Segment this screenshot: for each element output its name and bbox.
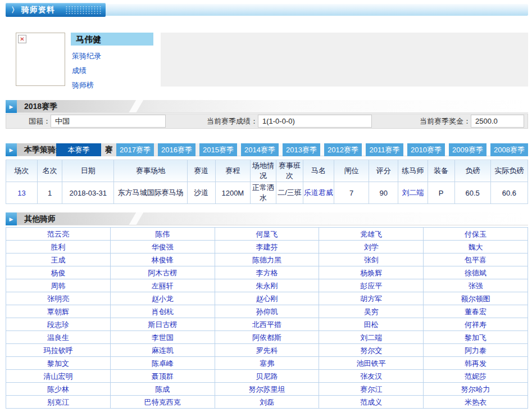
jockey-link[interactable]: 张明亮 (47, 295, 69, 303)
table-row: 周韩左丽轩朱永刚彭应平张强 (6, 279, 528, 292)
jockey-link[interactable]: 巴特克西克 (144, 398, 181, 406)
jockey-link[interactable]: 努尔交 (360, 346, 382, 355)
other-jockeys-body: 范云亮陈伟何显飞党雄飞付保玉胜利华俊强李建芬刘学魏大王成林俊锋陈德力黑张剑包平喜… (6, 228, 528, 409)
jockey-link[interactable]: 范成义 (360, 398, 382, 406)
jockey-link[interactable]: 努尔哈力 (461, 385, 490, 393)
page-header-banner: 〉 骑师资料 (6, 3, 528, 17)
dot-grid-pattern (65, 6, 101, 14)
jockey-link[interactable]: 魏大 (469, 243, 483, 251)
jockey-link[interactable]: 张强 (469, 282, 483, 290)
jockey-link[interactable]: 杨俊 (51, 269, 65, 277)
jockey-link[interactable]: 胡方军 (360, 295, 382, 303)
record-link-1[interactable]: 13 (17, 189, 25, 197)
jockey-link[interactable]: 额尔顿图 (461, 295, 490, 303)
jockey-link[interactable]: 肖创杭 (152, 307, 174, 316)
jockey-link[interactable]: 黎加飞 (465, 333, 486, 342)
jockey-link[interactable]: 陈德力黑 (252, 256, 281, 264)
jockey-link[interactable]: 塞弗 (260, 359, 274, 368)
jockey-link[interactable]: 罗先科 (256, 346, 278, 355)
jockey-link[interactable]: 张友汉 (360, 372, 382, 381)
jockey-link[interactable]: 阿力泰 (465, 346, 486, 355)
jockey-link[interactable]: 阿木古楞 (148, 269, 177, 277)
jockey-link[interactable]: 陈少林 (47, 385, 69, 393)
jockey-link[interactable]: 黎加文 (47, 359, 69, 368)
jockey-link[interactable]: 何显飞 (256, 230, 278, 238)
other-jockeys-section: ▶ 其他骑师 范云亮陈伟何显飞党雄飞付保玉胜利华俊强李建芬刘学魏大王成林俊锋陈德… (6, 212, 528, 409)
jockey-link[interactable]: 赛尔江 (360, 385, 382, 393)
profile-nav: 马伟健 策骑纪录成绩骑师榜 (71, 33, 153, 87)
jockey-link[interactable]: 左丽轩 (152, 282, 174, 290)
jockey-link[interactable]: 吴穷 (364, 307, 379, 316)
jockey-link[interactable]: 李建芬 (256, 243, 278, 251)
record-table-head: 场次名次日期赛事场地赛道赛程场地情况赛事班次马名闸位评分练马师装备负磅实际负磅 (6, 160, 528, 182)
profile-link-1[interactable]: 策骑纪录 (72, 52, 153, 60)
jockey-name-cell: 陈德力黑 (215, 253, 319, 266)
jockey-link[interactable]: 华俊强 (152, 243, 174, 251)
record-link-9[interactable]: 乐道君威 (304, 188, 333, 197)
record-cell-15: 60.6 (490, 182, 528, 204)
jockey-link[interactable]: 胜利 (51, 243, 65, 251)
jockey-link[interactable]: 米热衣 (465, 398, 486, 406)
jockey-link[interactable]: 付保玉 (465, 230, 486, 238)
jockey-link[interactable]: 陈卓峰 (152, 359, 174, 368)
tab-current-season[interactable]: 本赛季 (56, 143, 101, 156)
jockey-link[interactable]: 聂顶群 (152, 372, 174, 381)
tab-2015[interactable]: 2015赛季 (199, 143, 237, 156)
tab-2013[interactable]: 2013赛季 (283, 143, 320, 156)
profile-link-3[interactable]: 骑师榜 (72, 82, 153, 89)
tab-2016[interactable]: 2016赛季 (158, 143, 195, 156)
jockey-link[interactable]: 努尔苏里坦 (248, 385, 285, 393)
jockey-link[interactable]: 韩再发 (465, 359, 486, 368)
jockey-link[interactable]: 包平喜 (465, 256, 486, 264)
jockey-link[interactable]: 北西平措 (252, 320, 281, 329)
jockey-name-cell: 胜利 (6, 241, 111, 253)
jockey-link[interactable]: 池田铁平 (357, 359, 386, 368)
jockey-link[interactable]: 张剑 (364, 256, 379, 264)
jockey-link[interactable]: 贝尼路 (256, 372, 278, 381)
jockey-link[interactable]: 陈成 (155, 385, 170, 393)
jockey-link[interactable]: 赵小龙 (152, 295, 174, 303)
tab-2010[interactable]: 2010赛季 (407, 143, 445, 156)
jockey-link[interactable]: 徐德斌 (465, 269, 486, 277)
jockey-link[interactable]: 何祥寿 (465, 320, 486, 329)
jockey-link[interactable]: 孙仰凯 (256, 307, 278, 316)
jockey-name-cell: 范妮莎 (424, 370, 528, 383)
jockey-link[interactable]: 赵心刚 (256, 295, 278, 303)
table-row: 黎加文陈卓峰塞弗池田铁平韩再发 (6, 357, 528, 370)
jockey-link[interactable]: 覃朝辉 (47, 307, 69, 316)
jockey-link[interactable]: 刘学 (364, 243, 379, 251)
jockey-link[interactable]: 陈伟 (155, 230, 170, 238)
jockey-link[interactable]: 王成 (51, 256, 65, 264)
jockey-link[interactable]: 党雄飞 (360, 230, 382, 238)
jockey-link[interactable]: 温良生 (47, 333, 69, 342)
jockey-link[interactable]: 朱永刚 (256, 282, 278, 290)
jockey-link[interactable]: 别克江 (47, 398, 69, 406)
jockey-link[interactable]: 刘二端 (360, 333, 382, 342)
tab-2017[interactable]: 2017赛季 (116, 143, 154, 156)
jockey-link[interactable]: 周韩 (51, 282, 65, 290)
tab-2009[interactable]: 2009赛季 (449, 143, 486, 156)
jockey-link[interactable]: 范云亮 (47, 230, 69, 238)
jockey-link[interactable]: 彭应平 (360, 282, 382, 290)
profile-link-2[interactable]: 成绩 (72, 67, 153, 75)
jockey-link[interactable]: 刘磊 (260, 398, 274, 406)
jockey-link[interactable]: 阿依都斯 (252, 333, 281, 342)
jockey-link[interactable]: 董春宏 (465, 307, 486, 316)
jockey-link[interactable]: 李世国 (152, 333, 174, 342)
jockey-link[interactable]: 斯日古楞 (148, 320, 177, 329)
tab-2014[interactable]: 2014赛季 (241, 143, 279, 156)
jockey-link[interactable]: 清山宏明 (43, 372, 72, 381)
record-link-12[interactable]: 刘二端 (402, 188, 424, 197)
jockey-name-cell: 何祥寿 (424, 318, 528, 331)
jockey-link[interactable]: 玛拉钦呼 (43, 346, 72, 355)
tab-2012[interactable]: 2012赛季 (324, 143, 362, 156)
tab-2008[interactable]: 2008赛季 (490, 143, 528, 156)
jockey-link[interactable]: 杨焕辉 (360, 269, 382, 277)
jockey-link[interactable]: 李方格 (256, 269, 278, 277)
tab-2011[interactable]: 2011赛季 (366, 143, 403, 156)
jockey-link[interactable]: 麻连凯 (152, 346, 174, 355)
jockey-link[interactable]: 段志珍 (47, 320, 69, 329)
jockey-link[interactable]: 林俊锋 (152, 256, 174, 264)
jockey-link[interactable]: 田松 (364, 320, 379, 329)
jockey-link[interactable]: 范妮莎 (465, 372, 486, 381)
